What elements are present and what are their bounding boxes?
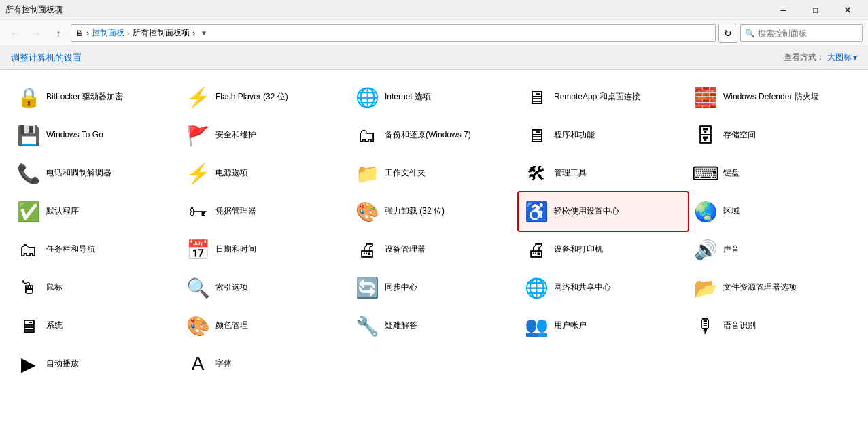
grid-item-flash[interactable]: ⚡Flash Player (32 位) [180,78,349,116]
grid-item-speech[interactable]: 🎙语音识别 [688,307,857,345]
grid-item-windowstogo[interactable]: 💾Windows To Go [11,116,180,154]
system-label: 系统 [46,320,63,331]
grid-item-backup[interactable]: 🗂备份和还原(Windows 7) [349,116,519,154]
flash-label: Flash Player (32 位) [215,92,288,103]
grid-item-region[interactable]: 🌏区域 [688,192,857,231]
window-title: 所有控制面板项 [5,4,63,16]
keyboard-label: 键盘 [723,168,740,179]
grid-item-workfolders[interactable]: 📁工作文件夹 [349,154,519,192]
grid-item-remoteapp[interactable]: 🖥RemoteApp 和桌面连接 [519,78,688,116]
internet-icon: 🌐 [355,85,379,110]
grid-item-datetime[interactable]: 📅日期和时间 [180,231,349,269]
sync-label: 同步中心 [385,282,417,293]
grid-item-admin[interactable]: 🛠管理工具 [519,154,688,192]
security-icon: 🚩 [186,123,210,148]
grid-item-taskbar[interactable]: 🗂任务栏和导航 [11,231,180,269]
grid-item-bitlocker[interactable]: 🔒BitLocker 驱动器加密 [11,78,180,116]
windowstogo-icon: 💾 [16,123,41,148]
sound-label: 声音 [723,244,740,255]
grid-item-storage[interactable]: 🗄存储空间 [688,116,857,154]
grid-item-internet[interactable]: 🌐Internet 选项 [349,78,519,116]
grid-item-indexing[interactable]: 🔍索引选项 [180,269,349,307]
credential-icon: 🗝 [186,199,210,224]
defender-icon: 🧱 [693,85,718,110]
region-icon: 🌏 [693,199,718,224]
grid-item-sync[interactable]: 🔄同步中心 [349,269,519,307]
sync-icon: 🔄 [355,275,379,300]
grid-item-devprinter[interactable]: 🖨设备和打印机 [519,231,688,269]
grid-item-keyboard[interactable]: ⌨键盘 [688,154,857,192]
keyboard-icon: ⌨ [693,161,718,186]
user-icon: 👥 [524,314,549,338]
remoteapp-icon: 🖥 [524,85,549,110]
breadcrumb-root: › [86,29,89,38]
grid-item-system[interactable]: 🖥系统 [11,307,180,345]
indexing-icon: 🔍 [186,275,210,300]
mouse-label: 鼠标 [46,282,63,293]
color-icon: 🎨 [186,314,210,338]
view-dropdown[interactable]: 大图标 ▾ [827,52,857,63]
sound-icon: 🔊 [693,237,718,262]
workfolders-icon: 📁 [355,161,379,186]
breadcrumb-current: 所有控制面板项 [133,27,190,39]
windowstogo-label: Windows To Go [46,130,103,141]
toolbar: 调整计算机的设置 查看方式： 大图标 ▾ [0,46,868,69]
view-arrow-icon: ▾ [853,53,857,63]
fileexplorer-icon: 📂 [693,275,718,300]
easyaccess-label: 轻松使用设置中心 [554,206,619,217]
defender-label: Windows Defender 防火墙 [723,92,819,103]
grid-item-phone[interactable]: 📞电话和调制解调器 [11,154,180,192]
storage-icon: 🗄 [693,123,718,148]
title-bar: 所有控制面板项 ─ □ ✕ [0,0,868,20]
view-options: 查看方式： 大图标 ▾ [784,52,857,63]
breadcrumb-controlpanel[interactable]: 控制面板 [92,27,124,39]
grid-item-user[interactable]: 👥用户帐户 [519,307,688,345]
grid-item-sound[interactable]: 🔊声音 [688,231,857,269]
items-grid: 🔒BitLocker 驱动器加密⚡Flash Player (32 位)🌐Int… [11,78,857,383]
bitlocker-icon: 🔒 [16,85,41,110]
refresh-button[interactable]: ↻ [718,24,737,43]
grid-item-mouse[interactable]: 🖱鼠标 [11,269,180,307]
grid-item-security[interactable]: 🚩安全和维护 [180,116,349,154]
grid-item-credential[interactable]: 🗝凭据管理器 [180,192,349,231]
system-icon: 🖥 [16,314,41,338]
fileexplorer-label: 文件资源管理器选项 [723,282,797,293]
phone-icon: 📞 [16,161,41,186]
troubleshoot-label: 疑难解答 [385,320,417,331]
grid-item-easyaccess[interactable]: ♿轻松使用设置中心 [519,192,688,231]
admin-icon: 🛠 [524,161,549,186]
search-input[interactable] [758,29,860,38]
grid-item-font[interactable]: A字体 [180,345,349,383]
device-label: 设备管理器 [385,244,426,255]
search-icon: 🔍 [745,29,755,38]
close-button[interactable]: ✕ [832,1,863,20]
grid-item-defaultapp[interactable]: ✅默认程序 [11,192,180,231]
back-button[interactable]: ← [5,24,24,43]
autoplay-label: 自动播放 [46,358,79,369]
grid-item-troubleshoot[interactable]: 🔧疑难解答 [349,307,519,345]
power-icon: ⚡ [186,161,210,186]
grid-item-power[interactable]: ⚡电源选项 [180,154,349,192]
grid-item-programs[interactable]: 🖥程序和功能 [519,116,688,154]
credential-label: 凭据管理器 [215,206,256,217]
up-button[interactable]: ↑ [49,24,68,43]
datetime-label: 日期和时间 [215,244,256,255]
grid-item-defender[interactable]: 🧱Windows Defender 防火墙 [688,78,857,116]
main-content: 🔒BitLocker 驱动器加密⚡Flash Player (32 位)🌐Int… [0,70,868,421]
indexing-label: 索引选项 [215,282,248,293]
grid-item-network[interactable]: 🌐网络和共享中心 [519,269,688,307]
grid-item-autoplay[interactable]: ▶自动播放 [11,345,180,383]
search-box: 🔍 [740,24,863,42]
remoteapp-label: RemoteApp 和桌面连接 [554,92,640,103]
grid-item-color[interactable]: 🎨颜色管理 [180,307,349,345]
grid-item-fileexplorer[interactable]: 📂文件资源管理器选项 [688,269,857,307]
maximize-button[interactable]: □ [800,1,831,20]
forward-button[interactable]: → [27,24,46,43]
storage-label: 存储空间 [723,130,756,141]
minimize-button[interactable]: ─ [768,1,799,20]
grid-item-uninstall[interactable]: 🎨强力卸载 (32 位) [349,192,519,231]
easyaccess-icon: ♿ [524,199,549,224]
page-title[interactable]: 调整计算机的设置 [11,52,82,64]
grid-item-device[interactable]: 🖨设备管理器 [349,231,519,269]
address-dropdown-button[interactable]: ▼ [201,29,207,37]
